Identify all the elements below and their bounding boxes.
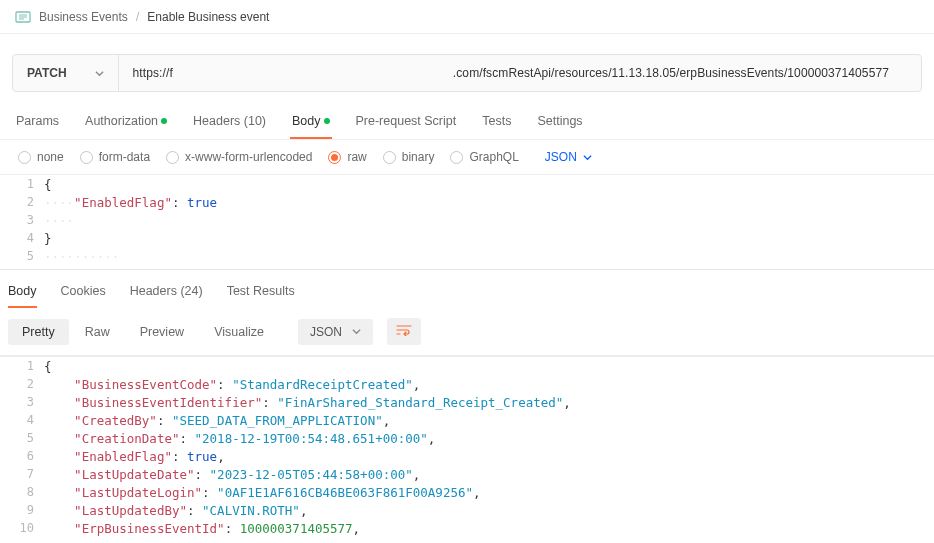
tab-authorization[interactable]: Authorization [83, 106, 169, 139]
response-body-viewer[interactable]: 1{ 2 "BusinessEventCode": "StandardRecei… [0, 356, 934, 537]
tab-headers[interactable]: Headers (10) [191, 106, 268, 139]
radio-xwww[interactable]: x-www-form-urlencoded [166, 150, 312, 164]
radio-formdata[interactable]: form-data [80, 150, 150, 164]
radio-binary[interactable]: binary [383, 150, 435, 164]
resp-tab-body[interactable]: Body [8, 284, 37, 308]
radio-none[interactable]: none [18, 150, 64, 164]
resp-tab-headers[interactable]: Headers (24) [130, 284, 203, 308]
tab-settings[interactable]: Settings [535, 106, 584, 139]
view-pretty[interactable]: Pretty [8, 319, 69, 345]
method-selector[interactable]: PATCH [13, 55, 119, 91]
wrap-lines-button[interactable] [387, 318, 421, 345]
breadcrumb: Business Events / Enable Business event [0, 0, 934, 34]
url-input[interactable]: https://f.com/fscmRestApi/resources/11.1… [119, 55, 921, 91]
breadcrumb-parent[interactable]: Business Events [39, 10, 128, 24]
breadcrumb-current: Enable Business event [147, 10, 269, 24]
response-tabs: Body Cookies Headers (24) Test Results [0, 269, 934, 308]
response-format-selector[interactable]: JSON [298, 319, 373, 345]
wrap-icon [396, 324, 412, 336]
chevron-down-icon [95, 69, 104, 78]
chevron-down-icon [583, 153, 592, 162]
view-visualize[interactable]: Visualize [200, 319, 278, 345]
collection-icon [15, 9, 31, 25]
resp-tab-testresults[interactable]: Test Results [227, 284, 295, 308]
tab-params[interactable]: Params [14, 106, 61, 139]
radio-graphql[interactable]: GraphQL [450, 150, 518, 164]
body-type-options: none form-data x-www-form-urlencoded raw… [0, 140, 934, 174]
tab-prerequest[interactable]: Pre-request Script [354, 106, 459, 139]
tab-tests[interactable]: Tests [480, 106, 513, 139]
method-label: PATCH [27, 66, 67, 80]
request-body-editor[interactable]: 1{ 2····"EnabledFlag": true 3···· 4} 5··… [0, 174, 934, 265]
resp-tab-cookies[interactable]: Cookies [61, 284, 106, 308]
view-raw[interactable]: Raw [71, 319, 124, 345]
radio-raw[interactable]: raw [328, 150, 366, 164]
request-url-bar: PATCH https://f.com/fscmRestApi/resource… [12, 54, 922, 92]
request-tabs: Params Authorization Headers (10) Body P… [0, 106, 934, 140]
content-type-selector[interactable]: JSON [545, 150, 592, 164]
tab-body[interactable]: Body [290, 106, 332, 139]
status-dot-icon [324, 118, 330, 124]
view-preview[interactable]: Preview [126, 319, 198, 345]
breadcrumb-separator: / [136, 9, 140, 24]
chevron-down-icon [352, 327, 361, 336]
status-dot-icon [161, 118, 167, 124]
response-view-options: Pretty Raw Preview Visualize JSON [0, 308, 934, 356]
